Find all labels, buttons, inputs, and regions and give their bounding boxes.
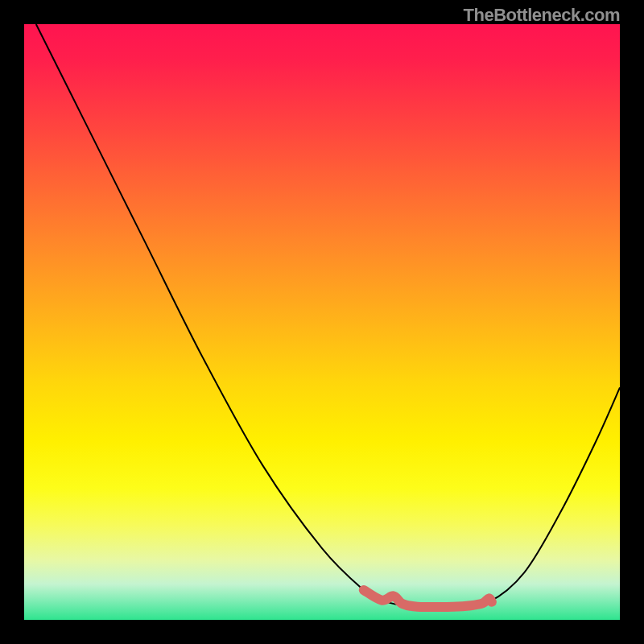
highlight-bumps — [364, 590, 492, 607]
bottleneck-curve — [36, 24, 620, 607]
attribution-text: TheBottleneck.com — [464, 5, 620, 26]
plot-area — [24, 24, 620, 620]
chart-svg — [24, 24, 620, 620]
chart-canvas: TheBottleneck.com — [0, 0, 644, 644]
